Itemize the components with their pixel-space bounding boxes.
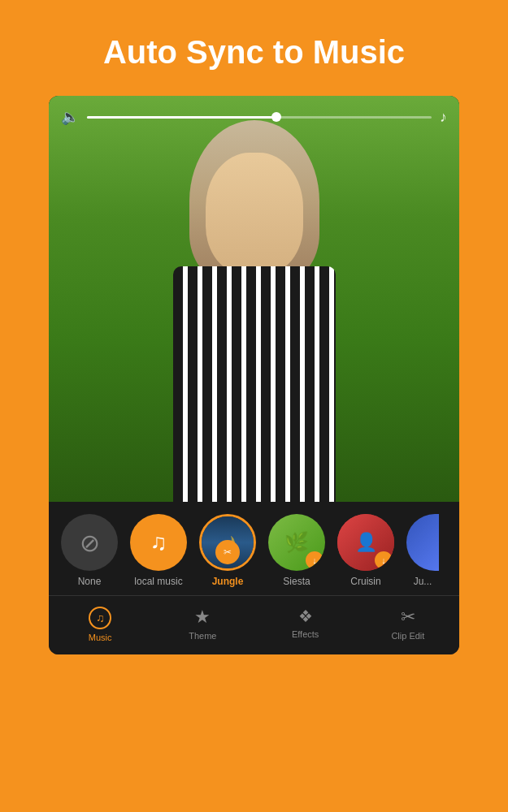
volume-icon[interactable]: 🔈	[61, 108, 79, 126]
nav-item-music[interactable]: ♫ Music	[49, 603, 151, 646]
progress-bar[interactable]	[87, 116, 432, 119]
siesta-label: Siesta	[283, 576, 310, 587]
jungle-selected-badge: ✂	[215, 540, 240, 564]
bottom-panel: ⊘ None ♫ local music 🌙 ✂	[49, 502, 459, 654]
music-nav-label: Music	[89, 633, 112, 642]
music-item-local[interactable]: ♫ local music	[130, 514, 187, 587]
none-icon: ⊘	[80, 529, 100, 557]
page-title: Auto Sync to Music	[103, 32, 405, 71]
progress-fill	[87, 116, 276, 119]
header: Auto Sync to Music	[0, 0, 508, 96]
jungle-label: Jungle	[212, 576, 244, 587]
body	[173, 266, 336, 502]
video-player[interactable]: 🔈 ♪	[49, 96, 459, 502]
cruisin-label: Cruisin	[350, 576, 380, 587]
nav-item-theme[interactable]: ★ Theme	[151, 603, 254, 646]
clip-edit-icon: ✂	[401, 607, 415, 628]
siesta-download-badge: ↓	[306, 551, 323, 569]
nav-item-clip-edit[interactable]: ✂ Clip Edit	[357, 603, 459, 646]
theme-nav-label: Theme	[189, 631, 216, 641]
local-thumb[interactable]: ♫	[130, 514, 187, 571]
local-music-label: local music	[134, 576, 182, 587]
music-item-partial[interactable]: Ju...	[406, 514, 439, 587]
partial-thumb[interactable]	[406, 514, 439, 571]
music-note-icon: ♪	[440, 109, 447, 126]
phone-frame: 🔈 ♪ ⊘ None ♫ local music	[49, 96, 459, 654]
music-item-none[interactable]: ⊘ None	[61, 514, 118, 587]
face	[206, 153, 303, 274]
partial-label: Ju...	[414, 576, 432, 587]
siesta-thumb[interactable]: 🌿 ↓	[268, 514, 325, 571]
video-scene	[49, 96, 459, 502]
cruisin-thumb[interactable]: 👤 ↓	[337, 514, 394, 571]
effects-nav-label: Effects	[292, 629, 319, 639]
music-item-jungle[interactable]: 🌙 ✂ Jungle	[199, 514, 256, 587]
video-controls: 🔈 ♪	[49, 108, 459, 126]
jungle-thumb[interactable]: 🌙 ✂	[199, 514, 256, 571]
clip-edit-nav-label: Clip Edit	[391, 631, 424, 641]
progress-thumb[interactable]	[271, 112, 281, 122]
cruisin-download-badge: ↓	[375, 551, 393, 569]
music-options-row: ⊘ None ♫ local music 🌙 ✂	[49, 514, 459, 595]
bottom-nav: ♫ Music ★ Theme ❖ Effects ✂ Clip Edit	[49, 595, 459, 646]
music-nav-icon: ♫	[89, 607, 111, 629]
nav-item-effects[interactable]: ❖ Effects	[254, 603, 357, 646]
music-item-cruisin[interactable]: 👤 ↓ Cruisin	[337, 514, 394, 587]
theme-icon: ★	[194, 607, 211, 628]
music-item-siesta[interactable]: 🌿 ↓ Siesta	[268, 514, 325, 587]
local-music-icon: ♫	[150, 529, 167, 555]
person-subject	[132, 112, 376, 502]
none-thumb[interactable]: ⊘	[61, 514, 118, 571]
none-label: None	[78, 576, 102, 587]
effects-icon: ❖	[298, 607, 313, 626]
